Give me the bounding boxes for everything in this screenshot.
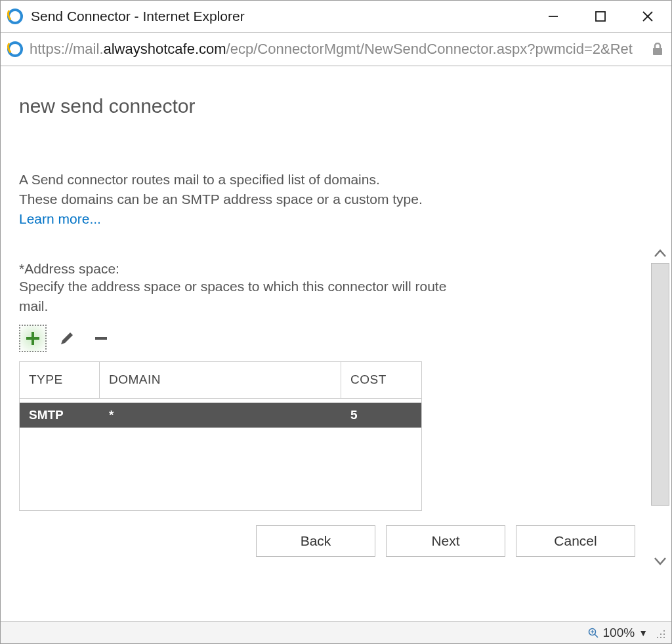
wizard-buttons: Back Next Cancel: [256, 525, 635, 557]
learn-more-link[interactable]: Learn more...: [19, 211, 101, 227]
ie-logo-icon: [6, 7, 24, 26]
address-space-grid: TYPE DOMAIN COST SMTP * 5: [19, 361, 422, 511]
page-content: new send connector A Send connector rout…: [1, 66, 671, 621]
minimize-button[interactable]: [530, 1, 577, 32]
chevron-down-icon[interactable]: ▼: [639, 628, 648, 638]
page-description-line1: A Send connector routes mail to a specif…: [19, 170, 478, 190]
address-space-help: Specify the address space or spaces to w…: [19, 277, 478, 317]
cancel-button[interactable]: Cancel: [516, 525, 635, 557]
svg-point-0: [9, 10, 22, 23]
zoom-control[interactable]: 100% ▼: [587, 626, 648, 640]
remove-button[interactable]: [87, 325, 115, 352]
url-domain: alwayshotcafe.com: [104, 41, 226, 57]
scroll-thumb[interactable]: [651, 263, 669, 506]
cell-type: SMTP: [20, 408, 100, 422]
svg-line-11: [595, 634, 598, 637]
maximize-button[interactable]: [577, 1, 624, 32]
pencil-icon: [58, 330, 75, 347]
titlebar: Send Connector - Internet Explorer: [1, 1, 671, 32]
col-domain-header[interactable]: DOMAIN: [100, 362, 341, 399]
plus-icon: [24, 329, 42, 348]
grid-body: SMTP * 5: [20, 403, 421, 510]
svg-line-3: [643, 12, 652, 21]
browser-window: Send Connector - Internet Explorer: [0, 0, 672, 644]
ie-logo-icon: [6, 40, 24, 58]
grid-header: TYPE DOMAIN COST: [20, 362, 421, 399]
url-sub: mail.: [73, 41, 103, 57]
content-wrap: new send connector A Send connector rout…: [1, 66, 671, 621]
vertical-scrollbar[interactable]: [650, 243, 670, 571]
svg-rect-2: [596, 12, 605, 21]
address-space-label: *Address space:: [19, 261, 663, 277]
window-controls: [530, 1, 671, 32]
url-path: /ecp/ConnectorMgmt/NewSendConnector.aspx…: [226, 41, 633, 57]
url-text[interactable]: https://mail.alwayshotcafe.com/ecp/Conne…: [30, 41, 649, 58]
col-type-header[interactable]: TYPE: [20, 362, 100, 399]
svg-line-4: [643, 12, 652, 21]
scroll-track[interactable]: [651, 263, 669, 552]
zoom-value: 100%: [603, 626, 635, 640]
add-button[interactable]: [19, 325, 47, 352]
window-title: Send Connector - Internet Explorer: [31, 9, 245, 24]
cell-domain: *: [100, 408, 341, 422]
edit-button[interactable]: [53, 325, 81, 352]
scroll-down-icon[interactable]: [654, 552, 667, 571]
page-description-line2: These domains can be an SMTP address spa…: [19, 190, 478, 209]
address-bar[interactable]: https://mail.alwayshotcafe.com/ecp/Conne…: [1, 32, 671, 66]
svg-point-5: [9, 43, 22, 56]
minus-icon: [93, 330, 110, 347]
page-heading: new send connector: [19, 95, 663, 117]
resize-grip-icon[interactable]: [654, 628, 665, 638]
cell-cost: 5: [341, 408, 421, 422]
status-bar: 100% ▼: [1, 621, 671, 643]
url-scheme: https://: [30, 41, 73, 57]
next-button[interactable]: Next: [386, 525, 505, 557]
back-button[interactable]: Back: [256, 525, 375, 557]
col-cost-header[interactable]: COST: [341, 362, 421, 399]
grid-toolbar: [19, 325, 663, 352]
magnifier-icon: [587, 627, 599, 639]
scroll-up-icon[interactable]: [654, 243, 667, 263]
table-row[interactable]: SMTP * 5: [20, 403, 421, 428]
close-button[interactable]: [624, 1, 671, 32]
lock-icon[interactable]: [649, 43, 666, 56]
svg-rect-6: [653, 48, 662, 55]
